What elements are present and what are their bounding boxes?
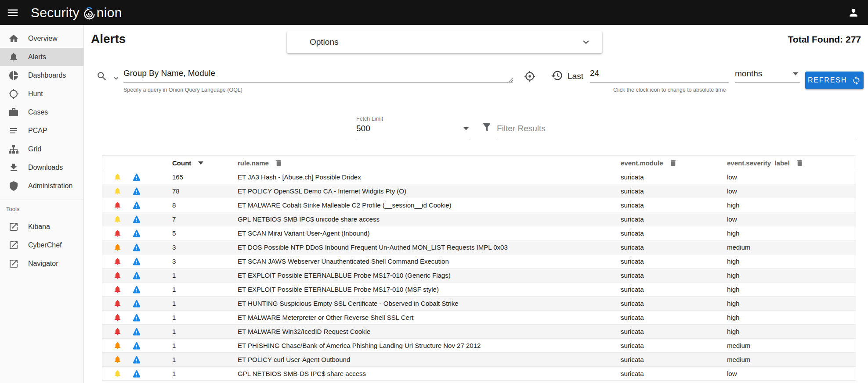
download-icon [8, 162, 19, 173]
alert-warning-icon[interactable] [132, 229, 141, 238]
sidebar-tools: KibanaCyberChefNavigator [0, 218, 83, 273]
trash-icon[interactable] [275, 159, 283, 167]
severity-bell-icon[interactable] [113, 229, 122, 237]
search-icon[interactable] [96, 71, 108, 82]
alert-warning-icon[interactable] [132, 341, 141, 350]
severity-bell-icon[interactable] [113, 299, 122, 308]
alerts-table-body: 165ET JA3 Hash - [Abuse.ch] Possible Dri… [102, 170, 856, 381]
sidebar-item-hunt[interactable]: Hunt [0, 85, 83, 103]
clock-history-icon[interactable] [551, 69, 563, 82]
severity-cell: high [727, 229, 856, 237]
rule-name-cell: ET POLICY curl User-Agent Outbound [238, 356, 621, 363]
query-history-chevron-icon[interactable] [112, 74, 120, 82]
severity-bell-icon[interactable] [113, 285, 122, 294]
alert-warning-icon[interactable] [132, 215, 141, 224]
alert-warning-icon[interactable] [132, 257, 141, 266]
alert-warning-icon[interactable] [132, 243, 141, 252]
rule-name-cell: ET SCAN JAWS Webserver Unauthenticated S… [238, 258, 621, 265]
trash-icon[interactable] [669, 159, 677, 167]
sidebar-item-cases[interactable]: Cases [0, 103, 83, 122]
page-title: Alerts [91, 32, 126, 46]
alert-warning-icon[interactable] [132, 327, 141, 336]
dropdown-arrow-icon [793, 72, 798, 75]
sidebar-item-grid[interactable]: Grid [0, 140, 83, 158]
menu-hamburger-icon[interactable] [6, 6, 19, 19]
severity-bell-icon[interactable] [113, 187, 122, 195]
severity-bell-icon[interactable] [113, 341, 122, 350]
severity-bell-icon[interactable] [113, 369, 122, 378]
chevron-down-icon[interactable] [580, 36, 592, 48]
sidebar-item-administration[interactable]: Administration [0, 177, 83, 195]
refresh-button[interactable]: REFRESH [805, 72, 864, 89]
options-label: Options [310, 37, 338, 47]
table-row[interactable]: 1ET PHISHING Chase/Bank of America Phish… [102, 339, 856, 353]
table-row[interactable]: 1GPL NETBIOS SMB-DS IPC$ share accesssur… [102, 367, 856, 381]
count-cell: 1 [172, 356, 238, 363]
column-header-event-module[interactable]: event.module [621, 159, 727, 167]
column-header-rule-name[interactable]: rule.name [238, 159, 621, 167]
severity-bell-icon[interactable] [113, 355, 122, 364]
table-row[interactable]: 7GPL NETBIOS SMB IPC$ unicode share acce… [102, 212, 856, 226]
event-module-cell: suricata [621, 201, 727, 209]
filter-funnel-icon [481, 122, 492, 132]
table-row[interactable]: 1ET MALWARE Meterpreter or Other Reverse… [102, 311, 856, 325]
severity-bell-icon[interactable] [113, 271, 122, 279]
user-icon[interactable] [848, 7, 859, 18]
table-row[interactable]: 3ET SCAN JAWS Webserver Unauthenticated … [102, 254, 856, 268]
sidebar-item-alerts[interactable]: Alerts [0, 48, 83, 66]
options-panel[interactable]: Options [287, 31, 602, 53]
severity-bell-icon[interactable] [113, 257, 122, 265]
alert-warning-icon[interactable] [132, 285, 141, 294]
sidebar-item-kibana[interactable]: Kibana [0, 218, 83, 236]
crosshair-icon[interactable] [524, 71, 535, 82]
sidebar-item-overview[interactable]: Overview [0, 29, 83, 48]
severity-bell-icon[interactable] [113, 201, 122, 209]
severity-cell: low [727, 215, 856, 223]
sidebar-item-pcap[interactable]: PCAP [0, 122, 83, 140]
severity-bell-icon[interactable] [113, 173, 122, 181]
severity-bell-icon[interactable] [113, 327, 122, 336]
alert-warning-icon[interactable] [132, 299, 141, 308]
alert-warning-icon[interactable] [132, 369, 141, 378]
time-unit-select[interactable]: months [735, 69, 800, 83]
count-cell: 3 [172, 243, 238, 251]
column-header-count[interactable]: Count [172, 159, 238, 167]
table-row[interactable]: 3ET DOS Possible NTP DDoS Inbound Freque… [102, 240, 856, 254]
security-onion-logo: Security nion [31, 5, 122, 20]
severity-bell-icon[interactable] [113, 243, 122, 251]
alert-warning-icon[interactable] [132, 355, 141, 364]
app-layout: OverviewAlertsDashboardsHuntCasesPCAPGri… [0, 25, 868, 383]
alert-warning-icon[interactable] [132, 201, 141, 210]
sort-desc-icon[interactable] [198, 161, 203, 165]
sidebar-item-cyberchef[interactable]: CyberChef [0, 236, 83, 254]
alert-warning-icon[interactable] [132, 173, 141, 182]
alert-warning-icon[interactable] [132, 271, 141, 280]
sidebar-item-dashboards[interactable]: Dashboards [0, 66, 83, 85]
filter-results-input[interactable] [497, 124, 856, 138]
alert-warning-icon[interactable] [132, 187, 141, 196]
table-row[interactable]: 5ET SCAN Mirai Variant User-Agent (Inbou… [102, 226, 856, 240]
textarea-resize-handle[interactable] [508, 77, 514, 82]
alert-warning-icon[interactable] [132, 313, 141, 322]
severity-bell-icon[interactable] [113, 313, 122, 322]
severity-bell-icon[interactable] [113, 215, 122, 223]
column-header-severity[interactable]: event.severity_label [727, 159, 856, 167]
table-row[interactable]: 1ET MALWARE Win32/IcedID Request Cookies… [102, 325, 856, 339]
table-row[interactable]: 78ET POLICY OpenSSL Demo CA - Internet W… [102, 184, 856, 198]
count-cell: 1 [172, 272, 238, 279]
table-row[interactable]: 8ET MALWARE Cobalt Strike Malleable C2 P… [102, 198, 856, 212]
sidebar-item-downloads[interactable]: Downloads [0, 158, 83, 177]
table-row[interactable]: 1ET HUNTING Suspicious Empty SSL Certifi… [102, 297, 856, 311]
onion-spiral-icon [83, 6, 96, 21]
table-row[interactable]: 1ET EXPLOIT Possible ETERNALBLUE Probe M… [102, 268, 856, 283]
fetch-limit-select[interactable]: 500 [356, 124, 470, 138]
table-row[interactable]: 1ET EXPLOIT Possible ETERNALBLUE Probe M… [102, 283, 856, 297]
count-cell: 1 [172, 342, 238, 349]
sidebar-item-navigator[interactable]: Navigator [0, 254, 83, 273]
query-input[interactable] [123, 68, 513, 83]
trash-icon[interactable] [796, 159, 804, 167]
severity-cell: medium [727, 356, 856, 363]
table-row[interactable]: 165ET JA3 Hash - [Abuse.ch] Possible Dri… [102, 170, 856, 184]
time-value-input[interactable] [590, 68, 729, 83]
table-row[interactable]: 1ET POLICY curl User-Agent Outboundsuric… [102, 353, 856, 367]
